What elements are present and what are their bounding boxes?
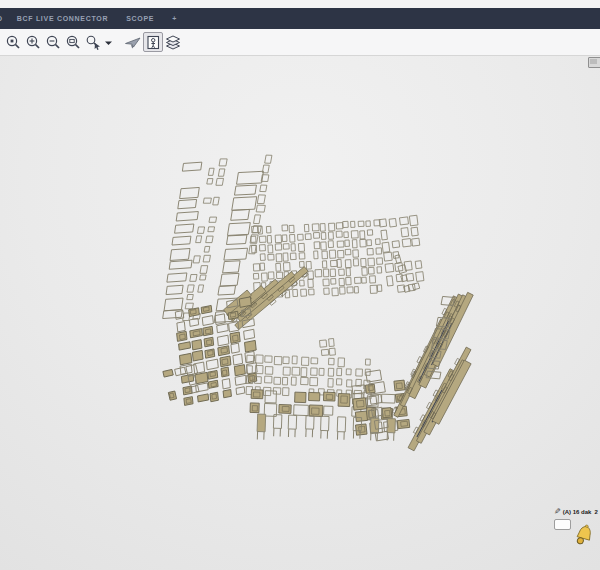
window-top-strip (0, 0, 600, 8)
facade-court-mid-bits (319, 338, 335, 356)
facade-tower-window-pairs (182, 159, 228, 321)
clipped-character: 2 (594, 509, 597, 515)
minimap-button[interactable] (143, 32, 163, 52)
zoom-in-button[interactable] (23, 32, 43, 52)
dropdown-caret-button[interactable] (103, 32, 114, 52)
zoom-original-button[interactable] (3, 32, 23, 52)
model-canvas[interactable]: ✎ (A) 16 dak 2 (0, 56, 600, 570)
panel-collapse-icon[interactable] (588, 57, 600, 68)
minimap-icon (145, 34, 162, 51)
fly-mode-icon (124, 34, 142, 51)
layers-icon (164, 34, 182, 51)
zoom-pointer-button[interactable] (83, 32, 103, 52)
fly-mode-button[interactable] (123, 32, 143, 52)
menu-tab-d[interactable]: d (0, 15, 8, 22)
notification-bell-icon[interactable] (575, 524, 595, 554)
menu-tab-bcf-live-connector[interactable]: BCF LIVE CONNECTOR (8, 15, 117, 22)
zoom-pointer-icon (85, 34, 102, 51)
facade-tower-ladder-1 (162, 162, 206, 319)
zoom-window-button[interactable] (63, 32, 83, 52)
menu-tab--[interactable]: + (163, 15, 186, 22)
dropdown-caret-icon (104, 34, 113, 51)
note-box[interactable] (554, 519, 571, 530)
zoom-out-button[interactable] (43, 32, 63, 52)
zoom-original-icon (5, 34, 22, 51)
model-viewport[interactable] (0, 56, 600, 570)
menu-tab-scope[interactable]: SCOPE (117, 15, 163, 22)
notification-age-label: (A) 16 dak (563, 509, 592, 515)
view-toolbar (0, 29, 600, 56)
application-window: dBCF LIVE CONNECTORSCOPE+ ✎ (A) 16 dak 2 (0, 0, 600, 570)
facade-west-edge-streaks (223, 252, 310, 331)
edit-pencil-icon[interactable]: ✎ (554, 508, 561, 516)
menubar: dBCF LIVE CONNECTORSCOPE+ (0, 8, 600, 29)
zoom-in-icon (25, 34, 42, 51)
notification-overlay: ✎ (A) 16 dak 2 (554, 508, 600, 556)
layers-button[interactable] (163, 32, 183, 52)
facade-tower-thin-column (248, 155, 274, 254)
zoom-window-icon (65, 34, 82, 51)
zoom-out-icon (45, 34, 62, 51)
facade-south-stilts (257, 414, 396, 444)
